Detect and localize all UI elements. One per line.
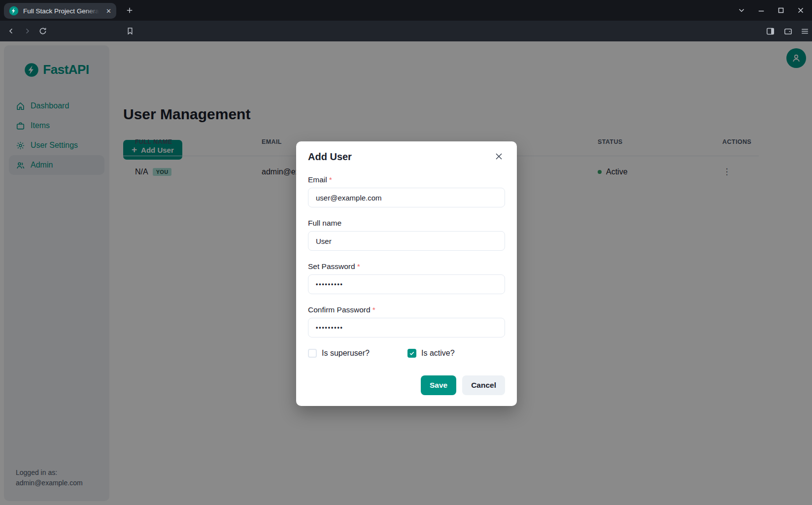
tab-title: Full Stack Project Genera (23, 7, 99, 15)
full-name-field[interactable] (308, 231, 505, 251)
window-minimize-button[interactable] (757, 6, 766, 15)
modal-close-button[interactable] (494, 149, 508, 163)
set-password-label: Set Password (308, 262, 355, 270)
new-tab-button[interactable] (125, 6, 134, 15)
email-field-group: Email* (308, 175, 505, 207)
browser-toolbar: i localhost/admin 1 (0, 21, 812, 41)
confirm-password-field[interactable] (308, 318, 505, 337)
bookmark-icon[interactable] (126, 27, 135, 35)
email-field[interactable] (308, 188, 505, 207)
add-user-modal: Add User Email* Full name Set Password* … (296, 141, 517, 406)
menu-hamburger-icon[interactable] (800, 27, 809, 35)
is-superuser-checkbox-group[interactable]: Is superuser? (308, 349, 407, 358)
confirm-password-field-group: Confirm Password* (308, 305, 505, 337)
email-label: Email (308, 175, 327, 184)
is-superuser-checkbox[interactable] (308, 349, 317, 358)
modal-title: Add User (308, 151, 505, 163)
is-active-label: Is active? (421, 349, 455, 358)
required-marker: * (329, 175, 332, 184)
page-content: FastAPI Dashboard Items User Settings Ad… (0, 41, 812, 505)
reload-button[interactable] (38, 27, 47, 35)
cancel-button[interactable]: Cancel (462, 375, 505, 395)
back-button[interactable] (7, 27, 16, 35)
window-close-button[interactable] (796, 6, 805, 15)
window-maximize-button[interactable] (777, 6, 785, 15)
save-button[interactable]: Save (421, 375, 456, 395)
is-active-checkbox-group[interactable]: Is active? (407, 349, 455, 358)
close-icon (494, 152, 504, 161)
checkmark-icon (409, 350, 415, 356)
wallet-icon[interactable] (783, 27, 792, 35)
forward-button[interactable] (23, 27, 32, 35)
is-superuser-label: Is superuser? (322, 349, 370, 358)
full-name-field-group: Full name (308, 219, 505, 251)
required-marker: * (372, 305, 375, 314)
is-active-checkbox[interactable] (407, 349, 416, 358)
required-marker: * (357, 262, 360, 270)
tab-search-chevron-icon[interactable] (737, 6, 746, 15)
fastapi-favicon-icon (9, 6, 19, 16)
full-name-label: Full name (308, 219, 341, 227)
browser-tab-strip: Full Stack Project Genera ✕ (0, 0, 812, 21)
tab-close-icon[interactable]: ✕ (105, 7, 112, 15)
set-password-field[interactable] (308, 274, 505, 294)
set-password-field-group: Set Password* (308, 262, 505, 294)
confirm-password-label: Confirm Password (308, 305, 371, 314)
browser-tab[interactable]: Full Stack Project Genera ✕ (4, 3, 116, 19)
sidebar-panel-icon[interactable] (766, 27, 775, 35)
